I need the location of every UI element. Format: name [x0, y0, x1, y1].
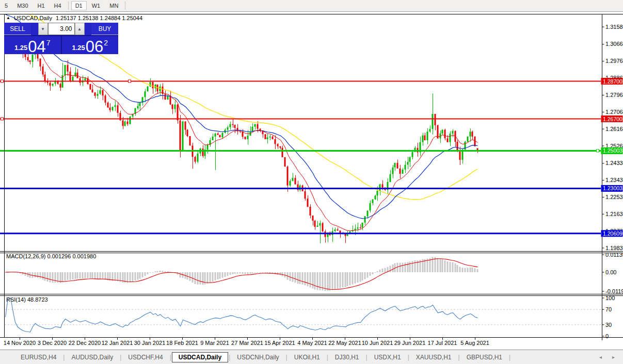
date-tick-label: 5 Aug 2021 [460, 340, 489, 346]
buy-button[interactable]: BUY [91, 23, 118, 35]
hline-handle[interactable] [129, 80, 131, 82]
one-click-trading-panel: SELL ▼ 3.00 ▲ BUY 1.25 04 7 1.25 06 2 [4, 23, 118, 54]
rsi-tick-label: 100 [605, 295, 615, 301]
price-tick-label: 1.27060 [605, 109, 623, 115]
buy-price-display[interactable]: 1.25 06 2 [62, 36, 119, 54]
chart-tab-eurusd-h4[interactable]: EURUSD,H4 [14, 352, 62, 363]
date-tick-label: 14 Nov 2020 [4, 340, 36, 346]
sell-price-pip-digit: 7 [46, 39, 51, 47]
hline-price-chip: 1.25003 [603, 147, 622, 154]
trade-panel-spacer [85, 23, 92, 35]
tab-scroll-arrows: ◂▸ [599, 354, 615, 360]
tab-divider: | [366, 354, 368, 361]
date-tick-label: 12 Jan 2021 [102, 340, 133, 346]
price-axis: 1.315851.306601.297601.288601.279601.270… [601, 24, 623, 339]
trade-panel-price-row: 1.25 04 7 1.25 06 2 [4, 35, 118, 54]
price-tick-label: 1.31585 [605, 24, 623, 30]
tab-divider: | [408, 354, 409, 361]
price-tick-label: 1.30660 [605, 41, 623, 47]
tab-divider: | [229, 354, 230, 361]
chart-symbol-period: USDCAD,Daily [14, 15, 52, 21]
date-tick-label: 3 Dec 2020 [38, 340, 67, 346]
tab-divider: | [458, 354, 460, 361]
price-tick-label: 1.22535 [605, 194, 623, 200]
price-tick-label: 1.29760 [605, 58, 623, 64]
date-tick-label: 17 Jul 2021 [428, 340, 457, 346]
chart-tab-gbpusd-h1[interactable]: GBPUSD,H1 [460, 352, 508, 363]
chart-tab-usdcnh-daily[interactable]: USDCNH,Daily [231, 352, 285, 363]
rsi-tick-label: 70 [605, 306, 612, 312]
price-tick-label: 1.21635 [605, 211, 623, 217]
macd-indicator-label: MACD(12,26,9) 0.001296 0.001980 [6, 253, 96, 259]
price-tick-label: 1.19835 [605, 245, 623, 251]
hline-price-chip: 1.28700 [603, 78, 622, 85]
date-tick-label: 30 Jan 2021 [134, 340, 166, 346]
chart-tab-usdx-h1[interactable]: USDX,H1 [368, 352, 407, 363]
tab-divider: | [327, 354, 328, 361]
buy-price-prefix: 1.25 [72, 44, 85, 52]
hline-price-chip: 1.23003 [603, 185, 622, 191]
sell-price-big-digits: 04 [28, 40, 45, 54]
price-tick-label: 1.26160 [605, 126, 623, 132]
rsi-tick-label: 30 [605, 322, 612, 328]
macd-tick-label: 0.01135 [605, 252, 623, 258]
sell-price-display[interactable]: 1.25 04 7 [4, 36, 61, 54]
chart-ohlc-values: 1.25137 1.25138 1.24884 1.25044 [56, 15, 142, 21]
sell-price-prefix: 1.25 [14, 44, 27, 52]
tab-scroll-left-icon[interactable]: ◂ [599, 354, 602, 360]
chart-tab-audusd-daily[interactable]: AUDUSD,Daily [65, 352, 119, 363]
rsi-indicator-label: RSI(14) 48.8723 [6, 296, 48, 303]
chart-tab-usdcad-daily[interactable]: USDCAD,Daily [172, 352, 228, 362]
buy-price-pip-digit: 2 [104, 39, 108, 47]
date-tick-label: 10 Jun 2021 [362, 340, 393, 346]
macd-layer [5, 257, 478, 291]
tab-divider: | [63, 354, 65, 361]
date-tick-label: 29 Jun 2021 [394, 340, 426, 346]
hline-handle[interactable] [1, 118, 4, 120]
tab-scroll-right-icon[interactable]: ▸ [612, 354, 615, 360]
macd-tick-label: -0.01190 [605, 288, 623, 294]
date-axis: 14 Nov 20203 Dec 202022 Dec 202012 Jan 2… [4, 338, 489, 346]
trade-panel-spacer [31, 23, 38, 35]
tab-divider: | [120, 354, 121, 361]
date-tick-label: 15 Apr 2021 [264, 340, 295, 346]
chart-collapse-icon[interactable]: ▲ [6, 16, 10, 20]
date-tick-label: 27 Mar 2021 [231, 340, 263, 346]
hline-handle[interactable] [1, 80, 4, 82]
date-tick-label: 4 May 2021 [297, 340, 327, 346]
price-tick-label: 1.23435 [605, 177, 623, 183]
trade-panel-top-row: SELL ▼ 3.00 ▲ BUY [4, 23, 118, 35]
tab-divider: | [509, 354, 510, 361]
tab-divider: | [170, 354, 171, 361]
hline-price-chip: 1.20609 [603, 230, 622, 237]
rsi-layer [5, 298, 601, 332]
rsi-tick-label: 0 [605, 333, 609, 339]
date-tick-label: 9 Mar 2021 [200, 340, 229, 346]
chart-tab-dj30-h1[interactable]: DJ30,H1 [329, 352, 365, 363]
price-tick-label: 1.27960 [605, 92, 623, 98]
tab-divider: | [286, 354, 287, 361]
chart-tab-ukoil-h1[interactable]: UKOil,H1 [288, 352, 326, 363]
hline-price-chip: 1.26700 [603, 116, 622, 122]
price-tick-label: 1.24335 [605, 160, 623, 166]
chart-title: ▲ USDCAD,Daily 1.25137 1.25138 1.24884 1… [6, 15, 142, 21]
chart-tab-usdchf-h4[interactable]: USDCHF,H4 [122, 352, 169, 363]
volume-increase-button[interactable]: ▲ [75, 23, 85, 35]
date-tick-label: 22 Dec 2020 [69, 340, 101, 346]
volume-decrease-button[interactable]: ▼ [38, 23, 48, 35]
volume-field[interactable]: 3.00 [48, 23, 75, 35]
sell-button[interactable]: SELL [4, 23, 31, 35]
date-tick-label: 18 Feb 2021 [166, 340, 198, 346]
chart-tab-xauusd-h1[interactable]: XAUUSD,H1 [410, 352, 458, 363]
buy-price-big-digits: 06 [86, 40, 103, 54]
candles-layer [5, 23, 478, 243]
macd-tick-label: 0.00 [605, 269, 616, 275]
date-tick-label: 22 May 2021 [328, 340, 361, 346]
hline-handle[interactable] [597, 150, 599, 152]
chart-tab-bar: EURUSD,H4|AUDUSD,Daily|USDCHF,H4|USDCAD,… [0, 350, 623, 364]
